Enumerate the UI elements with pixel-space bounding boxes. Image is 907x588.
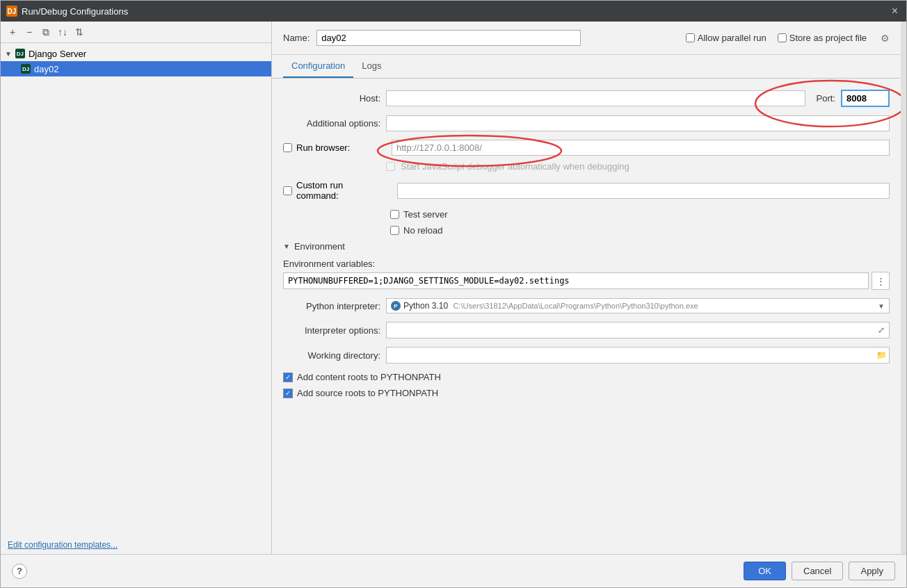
working-directory-browse-button[interactable]: 📁 [874, 348, 889, 363]
source-roots-row: ✓ Add source roots to PYTHONPATH [283, 388, 890, 398]
interpreter-options-expand-button[interactable]: ⤢ [874, 322, 889, 338]
python-interpreter-row: Python interpreter: P Python 3.10 C:\Use… [283, 298, 890, 313]
interpreter-options-input[interactable] [387, 323, 874, 338]
working-directory-container: 📁 [386, 347, 890, 364]
add-config-button[interactable]: + [5, 24, 20, 40]
header-checkboxes: Allow parallel run Store as project file… [686, 33, 890, 44]
tree-root-label: Django Server [29, 49, 86, 59]
right-with-scroll: Name: Allow parallel run Store as projec… [272, 22, 906, 554]
title-bar: DJ Run/Debug Configurations × [1, 1, 906, 22]
main-content: + − ⧉ ↑↓ ⇅ ▼ DJ [1, 22, 906, 554]
config-tree: ▼ DJ Django Server DJ day02 [1, 43, 271, 536]
python-interpreter-label: Python interpreter: [283, 301, 380, 311]
source-roots-checkbox[interactable]: ✓ [283, 389, 293, 398]
edit-templates-link[interactable]: Edit configuration templates... [1, 536, 271, 554]
test-server-label: Test server [403, 209, 448, 220]
right-panel: Name: Allow parallel run Store as projec… [272, 22, 901, 554]
custom-run-command-input[interactable] [397, 183, 890, 199]
js-debugger-row: Start JavaScript debugger automatically … [283, 161, 890, 172]
content-roots-label: Add content roots to PYTHONPATH [297, 372, 441, 382]
env-vars-container: ⋮ [283, 272, 890, 290]
tab-logs[interactable]: Logs [353, 55, 390, 78]
working-directory-label: Working directory: [283, 350, 380, 361]
name-label: Name: [283, 33, 310, 43]
env-edit-button[interactable]: ⋮ [872, 272, 890, 290]
name-input[interactable] [316, 30, 581, 46]
sort-config-button[interactable]: ⇅ [72, 24, 87, 40]
port-container [841, 90, 890, 107]
python-icon: P [391, 301, 401, 311]
app-icon: DJ [6, 6, 17, 17]
interpreter-options-row: Interpreter options: ⤢ [283, 322, 890, 338]
working-directory-input[interactable] [387, 348, 874, 363]
host-input[interactable] [386, 90, 805, 106]
bottom-bar: ? OK Cancel Apply [1, 554, 906, 587]
test-server-row: Test server [283, 209, 890, 220]
gear-icon[interactable]: ⚙ [881, 33, 890, 44]
ok-button[interactable]: OK [744, 562, 786, 580]
custom-run-command-row: Custom run command: [283, 180, 890, 201]
run-browser-row: Run browser: [283, 140, 890, 156]
close-button[interactable]: × [889, 5, 901, 17]
help-button[interactable]: ? [12, 564, 27, 579]
tree-child-item[interactable]: DJ day02 [1, 61, 271, 76]
source-roots-label: Add source roots to PYTHONPATH [297, 388, 438, 398]
folder-icon: 📁 [876, 350, 887, 360]
custom-run-command-checkbox[interactable] [283, 186, 292, 195]
move-config-button[interactable]: ↑↓ [55, 24, 70, 40]
interpreter-options-container: ⤢ [386, 322, 890, 338]
run-browser-checkbox-group: Run browser: [283, 142, 386, 153]
js-debugger-label: Start JavaScript debugger automatically … [401, 161, 629, 172]
environment-section-header[interactable]: ▼ Environment [283, 241, 890, 252]
host-port-row: Host: Port: [283, 90, 890, 107]
host-label: Host: [283, 93, 380, 104]
run-browser-label: Run browser: [296, 142, 350, 153]
run-browser-input[interactable] [392, 140, 890, 156]
edit-icon: ⋮ [876, 276, 885, 286]
port-label: Port: [817, 93, 835, 104]
run-browser-container: Run browser: [283, 140, 890, 156]
additional-options-input[interactable] [386, 115, 890, 131]
store-as-project-checkbox[interactable] [778, 33, 787, 42]
config-toolbar: + − ⧉ ↑↓ ⇅ [1, 22, 271, 43]
tree-child-label: day02 [34, 64, 58, 74]
env-collapse-icon: ▼ [283, 243, 290, 250]
dialog-title: Run/Debug Configurations [22, 6, 889, 17]
tab-configuration[interactable]: Configuration [283, 55, 353, 78]
env-vars-row: Environment variables: ⋮ [283, 259, 890, 290]
js-debugger-checkbox[interactable] [386, 162, 395, 171]
config-header: Name: Allow parallel run Store as projec… [272, 22, 901, 55]
config-panel: Host: Port: [272, 79, 901, 554]
remove-config-button[interactable]: − [22, 24, 37, 40]
python-interpreter-select[interactable]: P Python 3.10 C:\Users\31812\AppData\Loc… [386, 298, 890, 313]
content-roots-checkbox[interactable]: ✓ [283, 373, 293, 382]
env-vars-input[interactable] [283, 272, 869, 289]
tree-root-item[interactable]: ▼ DJ Django Server [1, 46, 271, 61]
env-vars-label: Environment variables: [283, 259, 890, 269]
test-server-checkbox[interactable] [390, 210, 399, 219]
interpreter-options-label: Interpreter options: [283, 325, 380, 336]
content-roots-row: ✓ Add content roots to PYTHONPATH [283, 372, 890, 382]
apply-button[interactable]: Apply [849, 562, 895, 580]
right-panel-scrollbar[interactable] [901, 22, 906, 554]
port-input[interactable] [841, 90, 890, 107]
no-reload-checkbox[interactable] [390, 226, 399, 235]
tabs-area: Configuration Logs [272, 55, 901, 79]
no-reload-row: No reload [283, 225, 890, 236]
interpreter-text: Python 3.10 C:\Users\31812\AppData\Local… [403, 301, 875, 311]
copy-config-button[interactable]: ⧉ [38, 24, 54, 40]
expand-chevron: ▼ [5, 50, 12, 58]
no-reload-label: No reload [403, 225, 442, 236]
cancel-button[interactable]: Cancel [792, 562, 843, 580]
allow-parallel-label: Allow parallel run [686, 33, 766, 43]
additional-options-row: Additional options: [283, 115, 890, 131]
store-as-project-label: Store as project file [778, 33, 867, 43]
day02-icon: DJ [20, 63, 31, 74]
additional-options-label: Additional options: [283, 118, 380, 129]
config-tabs: Configuration Logs [283, 55, 890, 78]
dropdown-arrow-icon: ▼ [878, 302, 885, 310]
allow-parallel-checkbox[interactable] [686, 33, 695, 42]
run-debug-dialog: DJ Run/Debug Configurations × + − ⧉ ↑↓ [0, 0, 907, 588]
run-browser-checkbox[interactable] [283, 143, 292, 152]
custom-run-command-label: Custom run command: [296, 180, 386, 201]
